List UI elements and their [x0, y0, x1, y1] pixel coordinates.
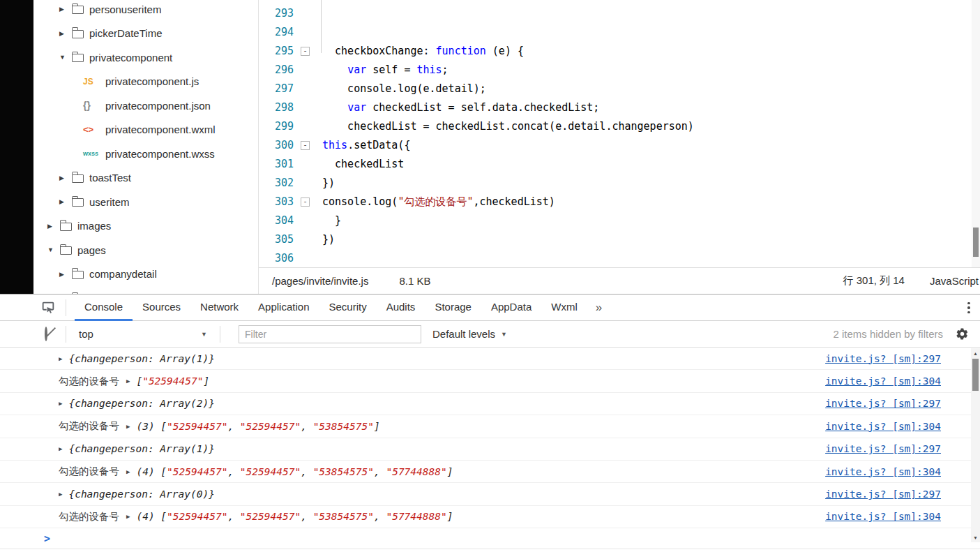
fold-collapse-icon[interactable]: - [301, 47, 310, 56]
fold-toggle[interactable]: - [294, 193, 317, 211]
code-line-302[interactable]: 302}) [259, 174, 972, 193]
tab-security[interactable]: Security [319, 295, 376, 321]
code-line-295[interactable]: 295- checkboxChange: function (e) { [259, 42, 972, 61]
console-scrollbar[interactable]: ▲ ▼ [971, 348, 980, 542]
console-prompt[interactable]: > [0, 528, 980, 549]
fold-toggle[interactable]: - [294, 42, 317, 61]
line-number: 301 [259, 155, 294, 174]
source-link[interactable]: invite.js? [sm]:304 [825, 466, 941, 477]
tree-item-pickerDateTime[interactable]: ▶pickerDateTime [33, 22, 258, 46]
clear-console-button[interactable] [45, 328, 57, 341]
code-line-300[interactable]: 300-this.setData({ [259, 136, 972, 155]
tree-item-privatecomponent.wxss[interactable]: wxssprivatecomponent.wxss [33, 142, 258, 166]
code-line-294[interactable]: 294 [259, 23, 972, 42]
source-link[interactable]: invite.js? [sm]:297 [825, 353, 941, 364]
tabs-list: ConsoleSourcesNetworkApplicationSecurity… [75, 295, 587, 320]
tree-item-toastTest[interactable]: ▶toastTest [33, 166, 258, 191]
tree-item-companydetail[interactable]: ▶companydetail [33, 262, 258, 287]
scroll-down-icon[interactable]: ▼ [971, 532, 980, 542]
devtools-panel: ConsoleSourcesNetworkApplicationSecurity… [0, 294, 980, 559]
chevron-right-icon[interactable]: ▶ [59, 30, 71, 37]
tab-audits[interactable]: Audits [377, 295, 425, 321]
inspect-element-button[interactable] [39, 300, 57, 315]
string-value: "52594457" [240, 511, 301, 522]
devtools-menu-button[interactable] [962, 300, 976, 315]
code-line-303[interactable]: 303-console.log("勾选的设备号",checkedList) [259, 193, 972, 211]
prompt-chevron-icon: > [44, 532, 50, 545]
chevron-right-icon[interactable]: ▶ [59, 174, 71, 181]
code-line-298[interactable]: 298 var checkedList = self.data.checkedL… [259, 98, 972, 117]
tree-item-privatecomponent.js[interactable]: JSprivatecomponent.js [33, 70, 258, 94]
code-line-304[interactable]: 304 } [259, 211, 972, 230]
expand-arrow-icon[interactable]: ▶ [126, 423, 130, 430]
editor-scrollbar-thumb[interactable] [973, 228, 979, 257]
filter-input[interactable] [239, 325, 421, 343]
expand-arrow-icon[interactable]: ▶ [59, 400, 62, 407]
fold-collapse-icon[interactable]: - [301, 197, 310, 207]
code-line-293[interactable]: 293 [259, 4, 972, 23]
code-text: checkedList [317, 155, 404, 174]
code-text: checkedList = checkedList.concat(e.detai… [317, 117, 694, 136]
chevron-right-icon[interactable]: ▶ [47, 223, 59, 230]
log-label: 勾选的设备号 [59, 510, 119, 523]
execution-context-selector[interactable]: top ▼ [75, 328, 211, 340]
tab-wxml[interactable]: Wxml [541, 295, 587, 321]
console-message-body: 勾选的设备号▶["52594457"] [59, 375, 825, 388]
wxss-file-icon: wxss [83, 150, 104, 157]
chevron-down-icon[interactable]: ▼ [59, 54, 71, 61]
editor-scrollbar[interactable] [972, 0, 980, 267]
tree-item-partial[interactable] [33, 286, 258, 294]
tree-item-privatecomponent.wxml[interactable]: <>privatecomponent.wxml [33, 118, 258, 142]
chevron-down-icon[interactable]: ▼ [47, 246, 59, 253]
console-settings-button[interactable] [956, 327, 969, 341]
fold-toggle[interactable]: - [294, 136, 317, 155]
code-line-297[interactable]: 297 console.log(e.detail); [259, 80, 972, 98]
expand-arrow-icon[interactable]: ▶ [126, 378, 130, 385]
source-link[interactable]: invite.js? [sm]:304 [825, 375, 941, 387]
tab-sources[interactable]: Sources [133, 295, 190, 321]
cursor-position[interactable]: 行 301, 列 14 [843, 274, 905, 288]
expand-arrow-icon[interactable]: ▶ [126, 513, 130, 520]
more-tabs-button[interactable]: » [587, 301, 610, 315]
source-link[interactable]: invite.js? [sm]:304 [825, 421, 941, 432]
expand-arrow-icon[interactable]: ▶ [126, 468, 130, 475]
tree-item-useritem[interactable]: ▶useritem [33, 190, 258, 214]
source-link[interactable]: invite.js? [sm]:297 [825, 443, 941, 454]
tree-item-images[interactable]: ▶images [33, 214, 258, 239]
expand-arrow-icon[interactable]: ▶ [59, 491, 62, 498]
language-mode[interactable]: JavaScript [930, 275, 979, 287]
inspect-icon [40, 300, 56, 315]
line-number: 294 [259, 23, 294, 42]
code-line-306[interactable]: 306 [259, 249, 972, 267]
fold-collapse-icon[interactable]: - [301, 141, 310, 150]
console-scrollbar-thumb[interactable] [972, 359, 979, 391]
editor-area: ▶personuseritem▶pickerDateTime▼privateco… [0, 0, 980, 294]
code-line-305[interactable]: 305}) [259, 230, 972, 249]
tree-item-privatecomponent.json[interactable]: {}privatecomponent.json [33, 94, 258, 118]
expand-arrow-icon[interactable]: ▶ [59, 445, 62, 452]
scroll-up-icon[interactable]: ▲ [971, 348, 980, 358]
tree-item-label: privatecomponent.wxss [105, 148, 215, 160]
expand-arrow-icon[interactable]: ▶ [59, 355, 62, 362]
tree-item-privatecomponent[interactable]: ▼privatecomponent [33, 45, 258, 70]
tab-appdata[interactable]: AppData [481, 295, 541, 321]
chevron-right-icon[interactable]: ▶ [59, 198, 71, 205]
tree-item-personuseritem[interactable]: ▶personuseritem [33, 0, 258, 22]
code-line-296[interactable]: 296 var self = this; [259, 61, 972, 80]
tab-application[interactable]: Application [248, 295, 319, 321]
tab-network[interactable]: Network [190, 295, 248, 321]
tab-console[interactable]: Console [75, 295, 133, 321]
tab-storage[interactable]: Storage [425, 295, 481, 321]
source-link[interactable]: invite.js? [sm]:304 [825, 511, 941, 522]
code-text: }) [317, 174, 335, 193]
code-text: console.log("勾选的设备号",checkedList) [317, 193, 555, 211]
code-editor[interactable]: 293294295- checkboxChange: function (e) … [259, 0, 972, 267]
tree-item-pages[interactable]: ▼pages [33, 238, 258, 262]
log-levels-selector[interactable]: Default levels ▼ [432, 328, 507, 340]
source-link[interactable]: invite.js? [sm]:297 [825, 489, 941, 500]
chevron-right-icon[interactable]: ▶ [59, 6, 71, 13]
source-link[interactable]: invite.js? [sm]:297 [825, 398, 941, 409]
code-line-301[interactable]: 301 checkedList [259, 155, 972, 174]
chevron-right-icon[interactable]: ▶ [59, 271, 71, 278]
code-line-299[interactable]: 299 checkedList = checkedList.concat(e.d… [259, 117, 972, 136]
